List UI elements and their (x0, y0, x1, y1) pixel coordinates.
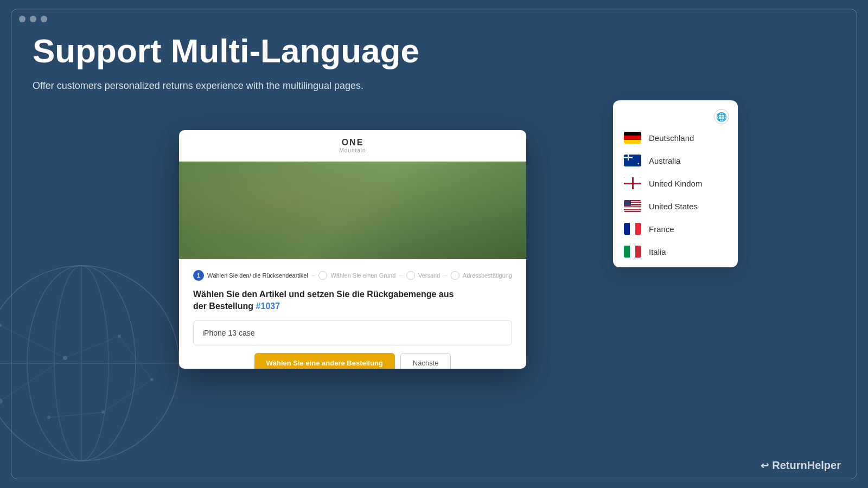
page-subtitle: Offer customers personalized returns exp… (33, 80, 846, 92)
flag-italy (624, 246, 641, 258)
order-number: #1037 (256, 301, 280, 311)
globe-icon[interactable]: 🌐 (714, 109, 729, 124)
product-item-box: iPhone 13 case (193, 320, 512, 345)
step-1-circle: 1 (193, 270, 204, 281)
flag-us (624, 200, 641, 212)
language-name-de: Deutschland (649, 133, 694, 143)
language-item-de[interactable]: Deutschland (613, 126, 738, 149)
svg-rect-18 (179, 162, 526, 259)
portal-buttons: Wählen Sie eine andere Bestellung Nächst… (193, 353, 512, 369)
svg-point-15 (0, 399, 3, 404)
step-divider-3 (443, 275, 448, 276)
step-divider-2 (399, 275, 403, 276)
step-2-circle (318, 271, 327, 280)
returnhelper-logo: ↩ ReturnHelper (761, 459, 841, 472)
flag-germany (624, 132, 641, 144)
language-name-fr: France (649, 224, 674, 234)
portal-card: ONE Mountain 1 Wählen Sie den/ die Rücks… (179, 130, 526, 369)
language-name-au: Australia (649, 156, 680, 165)
change-order-button[interactable]: Wählen Sie eine andere Bestellung (254, 353, 395, 369)
aus-stars: ✦ (637, 162, 640, 165)
brand-name: ONE (190, 138, 515, 147)
step-3-label: Versand (418, 272, 440, 279)
language-item-it[interactable]: Italia (613, 240, 738, 263)
heading-line2: der Bestellung (193, 301, 253, 311)
flag-australia: ✦ (624, 155, 641, 166)
step-divider-1 (311, 275, 316, 276)
portal-form-area: 1 Wählen Sie den/ die Rücksendeartikel W… (179, 259, 526, 369)
portal-hero-image (179, 162, 526, 259)
dropdown-header: 🌐 (613, 105, 738, 126)
language-item-uk[interactable]: United Kindom (613, 172, 738, 195)
logo-arrow-icon: ↩ (761, 460, 769, 472)
language-item-au[interactable]: ✦ Australia (613, 149, 738, 172)
step-indicator: 1 Wählen Sie den/ die Rücksendeartikel W… (193, 270, 512, 281)
step-1-label: Wählen Sie den/ die Rücksendeartikel (207, 272, 308, 279)
svg-point-13 (0, 324, 2, 327)
browser-titlebar (11, 9, 857, 29)
flag-france (624, 223, 641, 235)
next-button[interactable]: Nächste (400, 353, 451, 369)
product-name: iPhone 13 case (202, 329, 255, 337)
portal-header: ONE Mountain (179, 130, 526, 162)
step-4-circle (451, 271, 459, 280)
language-dropdown: 🌐 Deutschland ✦ Australia (613, 100, 738, 267)
brand-tagline: Mountain (190, 147, 515, 153)
step-4-label: Adressbestätigung (463, 272, 512, 279)
step-2-label: Wählen Sie einen Grund (330, 272, 395, 279)
language-item-fr[interactable]: France (613, 217, 738, 240)
browser-dot-1 (19, 16, 25, 22)
browser-dot-2 (30, 16, 36, 22)
page-title: Support Multi-Language (33, 33, 846, 69)
flag-uk (624, 177, 641, 189)
language-name-it: Italia (649, 247, 666, 256)
browser-dot-3 (41, 16, 47, 22)
language-name-us: United States (649, 202, 698, 211)
step-3-circle (406, 271, 415, 280)
portal-heading: Wählen Sie den Artikel und setzen Sie di… (193, 288, 512, 313)
logo-text: ReturnHelper (772, 459, 841, 472)
heading-text: Wählen Sie den Artikel und setzen Sie di… (193, 290, 454, 299)
language-item-us[interactable]: United States (613, 195, 738, 217)
language-name-uk: United Kindom (649, 179, 702, 188)
